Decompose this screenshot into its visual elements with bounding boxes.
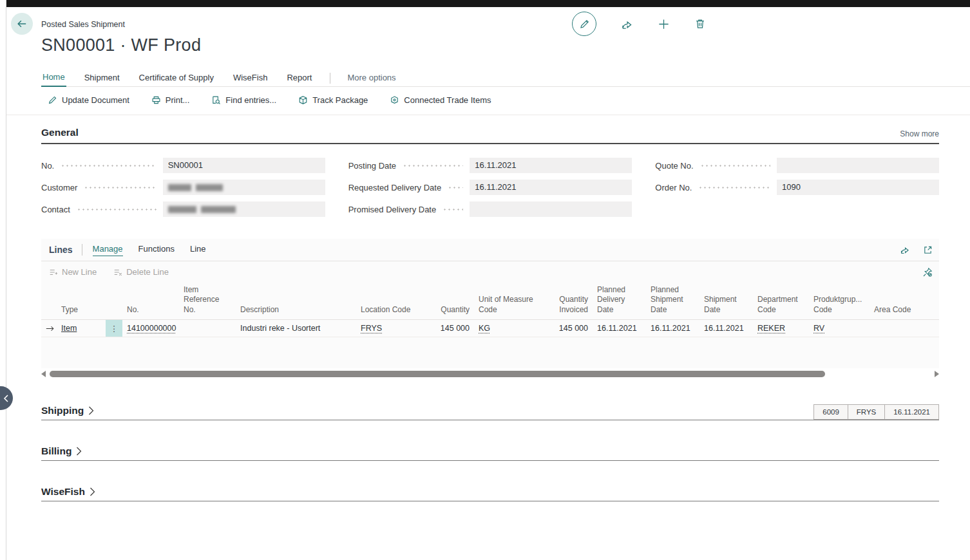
shipping-toggle[interactable]: Shipping — [41, 405, 94, 416]
share-lines-button[interactable] — [900, 245, 910, 255]
divider — [82, 244, 82, 256]
quote-no-field-value[interactable] — [777, 158, 939, 173]
show-more-link[interactable]: Show more — [900, 129, 939, 138]
cell-quantity-invoiced[interactable]: 145 000 — [544, 320, 593, 337]
more-options-button[interactable]: More options — [347, 73, 395, 86]
tab-divider — [330, 73, 330, 84]
tab-wisefish[interactable]: WiseFish — [232, 73, 269, 86]
back-arrow-icon — [16, 18, 28, 30]
action-update-document[interactable]: Update Document — [48, 95, 129, 105]
window-top-bar — [6, 0, 970, 7]
horizontal-scrollbar — [41, 370, 939, 378]
tab-certificate-of-supply[interactable]: Certificate of Supply — [138, 73, 215, 86]
cell-no[interactable]: 14100000000 — [127, 324, 176, 333]
column-header-quantity[interactable]: Quantity — [425, 283, 474, 320]
shipping-badge-date[interactable]: 16.11.2021 — [884, 404, 939, 420]
add-button[interactable] — [658, 18, 670, 30]
posting-date-field-value[interactable]: 16.11.2021 — [470, 158, 632, 173]
back-button[interactable] — [11, 13, 33, 35]
share-button[interactable] — [621, 18, 633, 30]
scroll-left-button[interactable] — [41, 371, 46, 377]
column-header-clipped — [926, 283, 939, 320]
column-header-unit-of-measure-code[interactable]: Unit of Measure Code — [474, 283, 544, 320]
menu-functions[interactable]: Functions — [138, 244, 175, 256]
column-header-description[interactable]: Description — [236, 283, 356, 320]
column-header-area-code[interactable]: Area Code — [870, 283, 926, 320]
dotted-leader — [77, 209, 157, 210]
shipping-badge-location[interactable]: FRYS — [848, 404, 885, 420]
field-quote-no: Quote No. — [655, 154, 939, 176]
page-title: SN00001 · WF Prod — [41, 35, 201, 55]
shipping-badge-agent[interactable]: 6009 — [813, 404, 848, 420]
column-header-produktgrup-code[interactable]: Produktgrup... Code — [809, 283, 870, 320]
collapse-nav-button[interactable] — [0, 386, 13, 410]
scrollbar-thumb[interactable] — [50, 371, 825, 377]
column-header-item-reference-no[interactable]: Item Reference No. — [179, 283, 236, 320]
contact-field-value[interactable] — [163, 201, 325, 217]
promised-delivery-date-field-value[interactable] — [470, 201, 632, 217]
cell-department-code[interactable]: REKER — [757, 324, 785, 333]
cell-item-reference-no[interactable] — [179, 320, 236, 337]
cell-type[interactable]: Item — [61, 324, 77, 333]
column-header-no[interactable]: No. — [122, 283, 179, 320]
tab-report[interactable]: Report — [285, 73, 313, 86]
table-header-row: Type No. Item Reference No. Description … — [41, 283, 939, 320]
edit-button[interactable] — [572, 12, 596, 36]
plus-icon — [658, 18, 670, 30]
column-header-location-code[interactable]: Location Code — [356, 283, 425, 320]
section-billing: Billing — [41, 445, 939, 461]
unpin-button[interactable] — [922, 267, 933, 277]
dotted-leader — [403, 165, 463, 167]
action-print[interactable]: Print... — [151, 95, 190, 105]
column-header-planned-shipment-date[interactable]: Planned Shipment Date — [646, 283, 699, 320]
focus-mode-button[interactable] — [923, 245, 933, 255]
column-header-planned-delivery-date[interactable]: Planned Delivery Date — [593, 283, 646, 320]
cell-location-code[interactable]: FRYS — [361, 324, 382, 333]
section-wisefish: WiseFish — [41, 486, 939, 501]
delete-button[interactable] — [694, 18, 706, 30]
current-row-arrow — [41, 320, 57, 337]
cell-description[interactable]: Industri reke - Usortert — [236, 320, 356, 337]
action-connected-trade-items[interactable]: Connected Trade Items — [390, 95, 491, 105]
scrollbar-track[interactable] — [50, 371, 931, 377]
action-track-package[interactable]: Track Package — [298, 95, 368, 105]
menu-manage[interactable]: Manage — [93, 244, 123, 256]
find-entries-icon — [211, 95, 221, 105]
requested-delivery-date-field-value[interactable]: 16.11.2021 — [470, 180, 632, 195]
field-posting-date: Posting Date 16.11.2021 — [348, 154, 632, 176]
column-header-type[interactable]: Type — [57, 283, 106, 320]
cell-produktgrup-code[interactable]: RV — [813, 324, 824, 333]
redacted-text — [168, 206, 196, 213]
scroll-right-button[interactable] — [935, 371, 939, 377]
column-header-shipment-date[interactable]: Shipment Date — [699, 283, 753, 320]
cell-planned-shipment-date[interactable]: 16.11.2021 — [646, 320, 699, 337]
cell-unit-of-measure-code[interactable]: KG — [479, 324, 490, 333]
trade-items-icon — [390, 95, 399, 105]
no-field-value[interactable]: SN00001 — [163, 158, 325, 173]
action-find-entries[interactable]: Find entries... — [211, 95, 276, 105]
wisefish-toggle[interactable]: WiseFish — [41, 486, 95, 498]
chevron-left-icon — [3, 395, 8, 402]
customer-field-value[interactable] — [163, 180, 325, 195]
order-no-field-value[interactable]: 1090 — [777, 180, 939, 195]
delete-line-button[interactable]: Delete Line — [113, 267, 169, 277]
lines-section: Lines Manage Functions Line N — [41, 239, 939, 368]
column-header-quantity-invoiced[interactable]: Quantity Invoiced — [544, 283, 593, 320]
redacted-text — [196, 184, 223, 191]
column-header-department-code[interactable]: Department Code — [753, 283, 809, 320]
tab-strip: Home Shipment Certificate of Supply Wise… — [41, 71, 970, 87]
tab-home[interactable]: Home — [41, 72, 66, 87]
cell-shipment-date[interactable]: 16.11.2021 — [699, 320, 753, 337]
row-menu-button[interactable]: ⋮ — [106, 320, 122, 337]
cell-planned-delivery-date[interactable]: 16.11.2021 — [593, 320, 646, 337]
field-contact: Contact — [41, 198, 325, 220]
lines-toolbar: New Line Delete Line — [41, 261, 939, 283]
cell-area-code[interactable] — [870, 320, 926, 337]
table-row[interactable]: Item ⋮ 14100000000 Industri reke - Usort… — [41, 320, 939, 337]
chevron-right-icon — [90, 487, 95, 496]
menu-line[interactable]: Line — [190, 244, 206, 256]
billing-toggle[interactable]: Billing — [41, 445, 82, 457]
cell-quantity[interactable]: 145 000 — [425, 320, 474, 337]
new-line-button[interactable]: New Line — [49, 267, 97, 277]
tab-shipment[interactable]: Shipment — [83, 73, 121, 86]
